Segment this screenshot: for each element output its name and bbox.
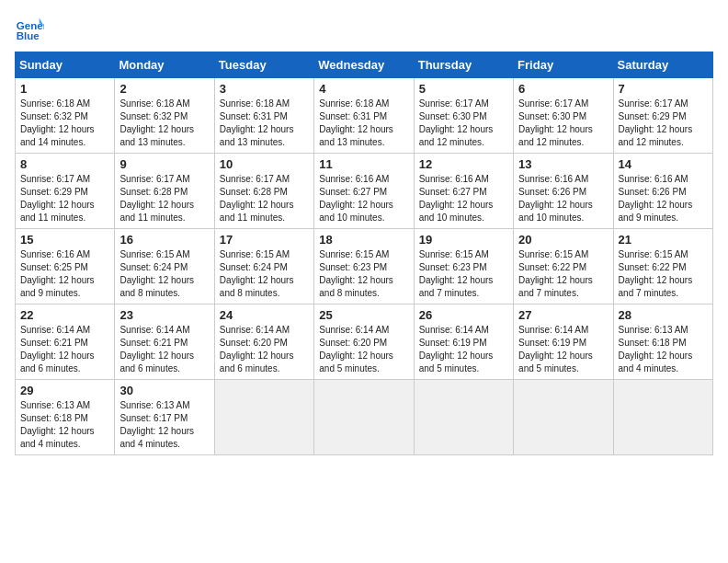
- logo-icon: General Blue: [15, 15, 44, 44]
- calendar-cell: [514, 380, 613, 455]
- calendar-cell: 22 Sunrise: 6:14 AM Sunset: 6:21 PM Dayl…: [16, 304, 115, 380]
- daylight-label: Daylight: 12 hours and 6 minutes.: [220, 350, 294, 373]
- day-header-friday: Friday: [514, 52, 613, 78]
- day-header-tuesday: Tuesday: [214, 52, 313, 78]
- sunset-label: Sunset: 6:26 PM: [518, 187, 586, 197]
- day-number: 19: [419, 233, 508, 247]
- logo: General Blue: [15, 15, 48, 44]
- day-number: 30: [119, 384, 209, 397]
- day-number: 23: [119, 308, 209, 322]
- day-info: Sunrise: 6:17 AM Sunset: 6:28 PM Dayligh…: [220, 173, 309, 224]
- daylight-label: Daylight: 12 hours and 11 minutes.: [20, 200, 95, 223]
- sunrise-label: Sunrise: 6:17 AM: [220, 174, 290, 184]
- day-info: Sunrise: 6:15 AM Sunset: 6:23 PM Dayligh…: [419, 248, 508, 300]
- sunrise-label: Sunrise: 6:18 AM: [119, 98, 189, 109]
- daylight-label: Daylight: 12 hours and 10 minutes.: [518, 200, 593, 223]
- sunrise-label: Sunrise: 6:15 AM: [220, 249, 290, 259]
- daylight-label: Daylight: 12 hours and 5 minutes.: [419, 350, 494, 373]
- day-header-monday: Monday: [115, 52, 214, 78]
- sunrise-label: Sunrise: 6:13 AM: [119, 400, 189, 410]
- calendar-week-5: 29 Sunrise: 6:13 AM Sunset: 6:18 PM Dayl…: [16, 380, 713, 455]
- sunset-label: Sunset: 6:24 PM: [220, 262, 288, 272]
- day-info: Sunrise: 6:15 AM Sunset: 6:23 PM Dayligh…: [319, 248, 408, 300]
- sunset-label: Sunset: 6:20 PM: [319, 338, 387, 348]
- day-number: 14: [619, 157, 708, 171]
- day-info: Sunrise: 6:14 AM Sunset: 6:21 PM Dayligh…: [20, 324, 109, 375]
- daylight-label: Daylight: 12 hours and 11 minutes.: [220, 200, 294, 223]
- daylight-label: Daylight: 12 hours and 13 minutes.: [119, 124, 194, 147]
- day-info: Sunrise: 6:17 AM Sunset: 6:29 PM Dayligh…: [619, 98, 708, 149]
- sunrise-label: Sunrise: 6:17 AM: [119, 174, 189, 184]
- day-number: 29: [20, 384, 109, 397]
- calendar-cell: 23 Sunrise: 6:14 AM Sunset: 6:21 PM Dayl…: [115, 304, 214, 380]
- day-info: Sunrise: 6:13 AM Sunset: 6:17 PM Dayligh…: [119, 399, 209, 451]
- day-number: 11: [319, 157, 408, 171]
- sunset-label: Sunset: 6:27 PM: [419, 187, 487, 197]
- sunset-label: Sunset: 6:25 PM: [20, 262, 88, 272]
- daylight-label: Daylight: 12 hours and 13 minutes.: [220, 124, 294, 147]
- calendar-cell: 25 Sunrise: 6:14 AM Sunset: 6:20 PM Dayl…: [314, 304, 414, 380]
- calendar-cell: 5 Sunrise: 6:17 AM Sunset: 6:30 PM Dayli…: [414, 78, 513, 154]
- daylight-label: Daylight: 12 hours and 4 minutes.: [20, 426, 95, 449]
- calendar-cell: 19 Sunrise: 6:15 AM Sunset: 6:23 PM Dayl…: [414, 229, 513, 304]
- daylight-label: Daylight: 12 hours and 6 minutes.: [119, 350, 194, 373]
- day-header-thursday: Thursday: [414, 52, 513, 78]
- day-info: Sunrise: 6:17 AM Sunset: 6:29 PM Dayligh…: [20, 173, 109, 224]
- sunset-label: Sunset: 6:30 PM: [518, 111, 586, 121]
- sunrise-label: Sunrise: 6:18 AM: [20, 98, 90, 109]
- sunrise-label: Sunrise: 6:18 AM: [319, 98, 389, 109]
- day-number: 18: [319, 233, 408, 247]
- calendar-cell: 12 Sunrise: 6:16 AM Sunset: 6:27 PM Dayl…: [414, 154, 513, 229]
- day-number: 25: [319, 308, 408, 322]
- daylight-label: Daylight: 12 hours and 9 minutes.: [619, 200, 693, 223]
- day-number: 24: [220, 308, 309, 322]
- sunset-label: Sunset: 6:29 PM: [619, 111, 687, 121]
- sunset-label: Sunset: 6:22 PM: [619, 262, 687, 272]
- calendar-cell: 26 Sunrise: 6:14 AM Sunset: 6:19 PM Dayl…: [414, 304, 513, 380]
- calendar-cell: 27 Sunrise: 6:14 AM Sunset: 6:19 PM Dayl…: [514, 304, 613, 380]
- calendar-cell: 8 Sunrise: 6:17 AM Sunset: 6:29 PM Dayli…: [16, 154, 115, 229]
- day-number: 9: [119, 157, 209, 171]
- calendar-cell: 10 Sunrise: 6:17 AM Sunset: 6:28 PM Dayl…: [214, 154, 313, 229]
- calendar-cell: 29 Sunrise: 6:13 AM Sunset: 6:18 PM Dayl…: [16, 380, 115, 455]
- daylight-label: Daylight: 12 hours and 11 minutes.: [119, 200, 194, 223]
- daylight-label: Daylight: 12 hours and 13 minutes.: [319, 124, 393, 147]
- day-info: Sunrise: 6:15 AM Sunset: 6:22 PM Dayligh…: [619, 248, 708, 300]
- day-info: Sunrise: 6:14 AM Sunset: 6:20 PM Dayligh…: [319, 324, 408, 375]
- day-info: Sunrise: 6:17 AM Sunset: 6:28 PM Dayligh…: [119, 173, 209, 224]
- day-info: Sunrise: 6:14 AM Sunset: 6:19 PM Dayligh…: [419, 324, 508, 375]
- calendar-cell: 18 Sunrise: 6:15 AM Sunset: 6:23 PM Dayl…: [314, 229, 414, 304]
- day-number: 20: [518, 233, 608, 247]
- calendar-cell: 28 Sunrise: 6:13 AM Sunset: 6:18 PM Dayl…: [613, 304, 712, 380]
- calendar-cell: 1 Sunrise: 6:18 AM Sunset: 6:32 PM Dayli…: [16, 78, 115, 154]
- day-number: 4: [319, 82, 408, 96]
- day-number: 5: [419, 82, 508, 96]
- day-number: 21: [619, 233, 708, 247]
- calendar-table: SundayMondayTuesdayWednesdayThursdayFrid…: [15, 52, 713, 455]
- calendar-cell: 7 Sunrise: 6:17 AM Sunset: 6:29 PM Dayli…: [613, 78, 712, 154]
- sunset-label: Sunset: 6:19 PM: [518, 338, 586, 348]
- sunrise-label: Sunrise: 6:17 AM: [518, 98, 588, 109]
- day-info: Sunrise: 6:16 AM Sunset: 6:27 PM Dayligh…: [319, 173, 408, 224]
- sunset-label: Sunset: 6:21 PM: [20, 338, 88, 348]
- calendar-cell: 11 Sunrise: 6:16 AM Sunset: 6:27 PM Dayl…: [314, 154, 414, 229]
- day-number: 12: [419, 157, 508, 171]
- daylight-label: Daylight: 12 hours and 6 minutes.: [20, 350, 95, 373]
- day-number: 6: [518, 82, 608, 96]
- day-info: Sunrise: 6:16 AM Sunset: 6:27 PM Dayligh…: [419, 173, 508, 224]
- calendar-cell: [314, 380, 414, 455]
- day-info: Sunrise: 6:16 AM Sunset: 6:26 PM Dayligh…: [518, 173, 608, 224]
- calendar-cell: 14 Sunrise: 6:16 AM Sunset: 6:26 PM Dayl…: [613, 154, 712, 229]
- sunrise-label: Sunrise: 6:16 AM: [619, 174, 688, 184]
- sunrise-label: Sunrise: 6:15 AM: [319, 249, 389, 259]
- sunset-label: Sunset: 6:32 PM: [20, 111, 88, 121]
- sunset-label: Sunset: 6:31 PM: [319, 111, 387, 121]
- sunrise-label: Sunrise: 6:16 AM: [20, 249, 90, 259]
- day-number: 15: [20, 233, 109, 247]
- calendar-cell: 4 Sunrise: 6:18 AM Sunset: 6:31 PM Dayli…: [314, 78, 414, 154]
- day-number: 13: [518, 157, 608, 171]
- day-info: Sunrise: 6:17 AM Sunset: 6:30 PM Dayligh…: [419, 98, 508, 149]
- day-number: 10: [220, 157, 309, 171]
- sunrise-label: Sunrise: 6:16 AM: [419, 174, 489, 184]
- sunset-label: Sunset: 6:32 PM: [119, 111, 188, 121]
